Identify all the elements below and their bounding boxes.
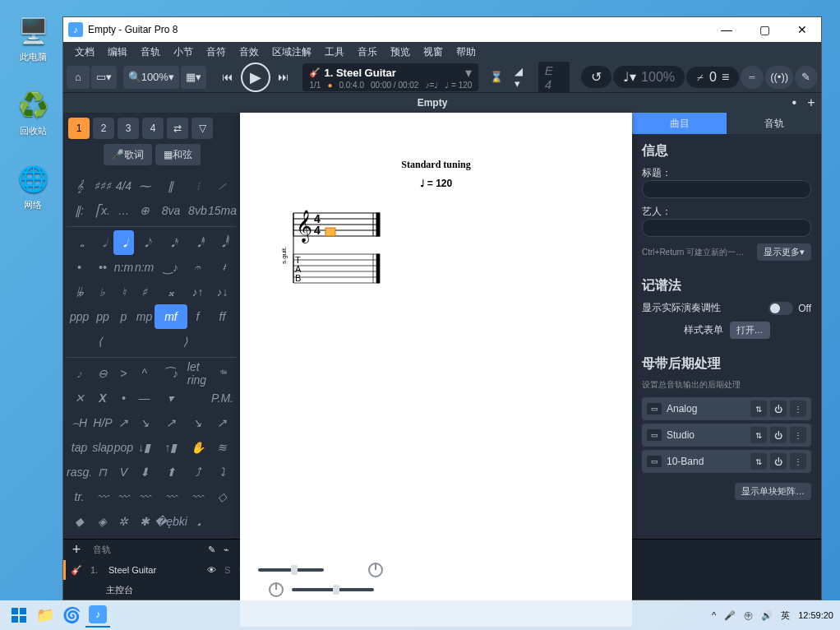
dyn-p[interactable]: p	[113, 304, 134, 329]
upstroke-icon[interactable]: V	[113, 460, 134, 484]
repeat-open-icon[interactable]: ‖:	[67, 198, 92, 223]
accent-icon[interactable]: >	[113, 361, 134, 386]
sixteenth-note-icon[interactable]: 𝅘𝅥𝅯	[155, 230, 187, 255]
clock[interactable]: 12:59:20	[798, 610, 833, 620]
lyrics-button[interactable]: 🎤 歌词	[104, 144, 152, 165]
volume-slider[interactable]	[258, 568, 324, 572]
menu-music[interactable]: 音乐	[351, 43, 384, 62]
minimize-button[interactable]: —	[708, 17, 745, 42]
harm4-icon[interactable]: ✲	[113, 509, 134, 534]
tuplet2-icon[interactable]: n:m	[134, 255, 155, 280]
menu-tools[interactable]: 工具	[318, 43, 351, 62]
harm3-icon[interactable]: ◈	[92, 509, 113, 534]
concert-pitch-toggle[interactable]	[768, 302, 793, 315]
slur-icon[interactable]: ⁀♪	[155, 361, 187, 386]
dot-icon[interactable]: •	[67, 255, 92, 280]
slide5-icon[interactable]: ↗	[208, 410, 237, 435]
tie-icon[interactable]: ‿♪	[155, 255, 187, 280]
pop-icon[interactable]: pop	[113, 435, 134, 460]
new-tab-button[interactable]: +	[801, 95, 821, 110]
triplet-icon[interactable]: ⁓	[134, 174, 155, 198]
fx-power-icon[interactable]: ⏻	[770, 453, 787, 470]
guitarpro-taskbar-icon[interactable]: ♪	[85, 603, 110, 628]
document-tab[interactable]: Empty	[63, 97, 801, 109]
fx-power-icon[interactable]: ⏻	[770, 401, 787, 417]
quarter-note-icon[interactable]: 𝅘𝅥	[113, 230, 134, 255]
anacrusis-icon[interactable]: ‖	[155, 174, 187, 198]
menu-section[interactable]: 区域注解	[265, 43, 318, 62]
harm2-icon[interactable]: ◆	[67, 509, 92, 534]
dyn-ff[interactable]: ff	[208, 304, 237, 329]
palette-filter-a[interactable]: ⇄	[167, 118, 188, 139]
slide3-icon[interactable]: ↗	[155, 410, 187, 435]
arpeggio-icon[interactable]: ≋	[208, 435, 237, 460]
menu-view[interactable]: 预览	[384, 43, 417, 62]
blank1-icon[interactable]	[187, 386, 208, 410]
dyn-ppp[interactable]: ppp	[67, 304, 92, 329]
dead-note-icon[interactable]: ✕	[67, 386, 92, 410]
countdown-icon[interactable]: ◢ ▾	[510, 66, 536, 89]
ottavb-icon[interactable]: 8vb	[187, 198, 208, 223]
palette-page-1[interactable]: 1	[68, 118, 90, 139]
layout-button[interactable]: ▦▾	[181, 66, 206, 89]
directions-icon[interactable]: …	[113, 198, 134, 223]
speed-pct[interactable]: 100%	[641, 70, 675, 85]
note-icon[interactable]: ♩▾	[623, 69, 636, 85]
tremolo-icon[interactable]: �ębki	[155, 509, 187, 534]
next-button[interactable]: ⏭	[272, 66, 295, 89]
staccatissimo-icon[interactable]: ▾	[155, 386, 187, 410]
display-mode-button[interactable]: ▭▾	[91, 66, 117, 89]
score-canvas[interactable]: Standard tuning ♩ = 120 𝄞	[240, 113, 632, 539]
eighth-note-icon[interactable]: 𝅘𝅥𝅮	[134, 230, 155, 255]
line-in-button[interactable]: ⎓	[741, 66, 764, 89]
dblsharp-icon[interactable]: 𝄪	[155, 280, 187, 304]
section-icon[interactable]: ⸽	[187, 174, 208, 198]
palette-page-2[interactable]: 2	[93, 118, 114, 139]
palette-page-4[interactable]: 4	[142, 118, 164, 139]
palette-filter-b[interactable]: ▽	[192, 118, 213, 139]
brush-up-icon[interactable]: ↑▮	[155, 435, 187, 460]
metronome-icon[interactable]: ⌛	[485, 66, 508, 89]
stylesheet-open-button[interactable]: 打开…	[730, 322, 770, 339]
midi-button[interactable]: ((•))	[765, 66, 793, 89]
slide4-icon[interactable]: ↘	[187, 410, 208, 435]
title-input[interactable]	[642, 180, 811, 198]
slap-icon[interactable]: slap	[92, 435, 113, 460]
menu-track[interactable]: 音轨	[134, 43, 167, 62]
track-display[interactable]: 🎸 1. Steel Guitar ▾ 1/1 ●0.0:4.0 00:00 /…	[302, 63, 478, 91]
menu-effects[interactable]: 音效	[233, 43, 265, 62]
add-track-button[interactable]: +	[68, 541, 85, 558]
visibility-icon[interactable]: 👁	[207, 565, 216, 575]
tap-icon[interactable]: tap	[67, 435, 92, 460]
fx-more-icon[interactable]: ⋮	[790, 401, 806, 417]
master-knob[interactable]	[269, 582, 284, 597]
fx-more-icon[interactable]: ⋮	[790, 427, 806, 443]
palette-page-3[interactable]: 3	[118, 118, 139, 139]
menu-help[interactable]: 帮助	[450, 43, 482, 62]
pickdown-icon[interactable]: ⬇	[134, 460, 155, 484]
hand-icon[interactable]: ✋	[187, 435, 208, 460]
repeat-close-icon[interactable]: ⎡x.	[92, 198, 113, 223]
fx-analog[interactable]: ▭ Analog ⇅⏻⋮	[642, 397, 811, 420]
ime-indicator[interactable]: ㊥	[744, 609, 753, 622]
ghost-icon[interactable]: ⊖	[92, 361, 113, 386]
grace-icon[interactable]: 𝆕	[67, 361, 92, 386]
bend-icon[interactable]: ⤴	[187, 460, 208, 484]
semitone-up-icon[interactable]: ♪↑	[187, 280, 208, 304]
heavy-accent-icon[interactable]: ^	[134, 361, 155, 386]
ottava-icon[interactable]: 8va	[155, 198, 187, 223]
natural-icon[interactable]: ♮	[113, 280, 134, 304]
pm-icon[interactable]: P.M.	[208, 386, 237, 410]
decrescendo-icon[interactable]: ⟩	[134, 329, 237, 354]
clef-icon[interactable]: 𝄞	[67, 174, 92, 198]
dyn-mp[interactable]: mp	[134, 304, 155, 329]
half-note-icon[interactable]: 𝅗𝅥	[92, 230, 113, 255]
fx-updown-icon[interactable]: ⇅	[750, 427, 767, 443]
close-button[interactable]: ✕	[783, 17, 821, 42]
slide2-icon[interactable]: ↘	[134, 410, 155, 435]
dyn-pp[interactable]: pp	[92, 304, 113, 329]
titlebar[interactable]: ♪ Empty - Guitar Pro 8 — ▢ ✕	[63, 17, 821, 42]
tremolo2-icon[interactable]: 𝅘	[187, 509, 208, 534]
vib1-icon[interactable]: 〰	[92, 484, 113, 509]
dyn-f[interactable]: f	[187, 304, 208, 329]
